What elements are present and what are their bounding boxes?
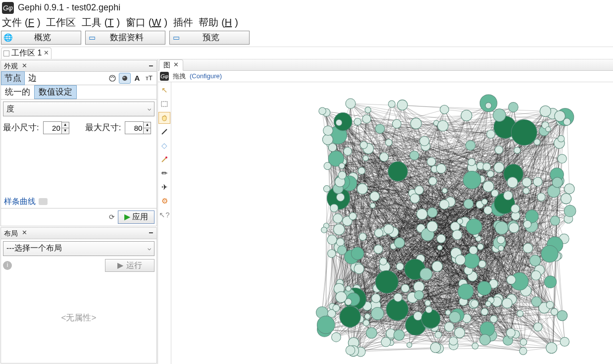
graph-panel-head: 图✕	[158, 59, 613, 71]
right-column: 图✕ Gφ 拖拽 (Configure) ↖	[158, 59, 613, 364]
palette-icon[interactable]	[107, 73, 118, 83]
svg-point-2518	[346, 346, 355, 355]
help-tool-icon[interactable]: ↖?	[158, 209, 170, 221]
menu-file[interactable]: 文件(F)	[2, 17, 41, 28]
svg-point-2462	[420, 268, 432, 280]
configure-link[interactable]: (Configure)	[190, 72, 222, 81]
svg-point-2318	[333, 214, 343, 223]
appearance-close-icon[interactable]: ✕	[22, 62, 27, 70]
layout-title: 布局	[1, 229, 21, 238]
subtab-unique[interactable]: 统一的	[1, 86, 34, 99]
layout-close-icon[interactable]: ✕	[22, 229, 27, 237]
svg-point-2517	[420, 136, 429, 146]
svg-point-2510	[523, 220, 531, 228]
svg-point-2480	[472, 343, 478, 349]
svg-point-2490	[491, 190, 498, 197]
left-column: 外观 ✕ – 节点 边 A	[0, 59, 158, 364]
svg-point-2263	[334, 224, 345, 235]
gear-tool-icon[interactable]: ⚙	[158, 195, 170, 207]
appearance-minimize-icon[interactable]: –	[147, 62, 155, 70]
tab-preview[interactable]: ▭ 预览	[169, 31, 250, 45]
appearance-panel: 外观 ✕ – 节点 边 A	[0, 60, 157, 226]
svg-point-4	[122, 76, 127, 81]
svg-point-2253	[427, 208, 437, 217]
workspace-tab[interactable]: 工作区 1 ✕	[1, 48, 51, 59]
perspective-tabs: 🌐 概览 ▭ 数据资料 ▭ 预览	[0, 30, 613, 47]
workspace-tab-close-icon[interactable]: ✕	[44, 49, 49, 57]
menu-window[interactable]: 窗口(W)	[126, 17, 167, 28]
svg-point-2529	[541, 246, 558, 262]
workspace-tab-row: 工作区 1 ✕	[0, 47, 613, 59]
pencil-tool-icon[interactable]: ✏	[158, 167, 170, 179]
svg-point-2460	[504, 191, 512, 200]
svg-point-2370	[416, 209, 427, 220]
rect-select-tool-icon[interactable]	[158, 98, 170, 110]
svg-point-2481	[346, 286, 351, 292]
layout-minimize-icon[interactable]: –	[147, 229, 155, 237]
svg-point-2488	[511, 120, 537, 146]
min-spin-up[interactable]: ▲	[62, 122, 69, 128]
spline-link[interactable]: 样条曲线	[1, 196, 156, 208]
appearance-mode-tabs: 统一的 数值设定	[1, 85, 156, 100]
svg-point-2440	[502, 298, 512, 308]
svg-point-2509	[555, 111, 565, 122]
subtab-ranking[interactable]: 数值设定	[34, 85, 77, 99]
chain-link-icon[interactable]: ⟳	[109, 212, 115, 221]
layout-run-button[interactable]: ▶ 运行	[105, 259, 154, 272]
layout-info-icon[interactable]: i	[3, 261, 12, 270]
svg-point-2410	[436, 164, 446, 173]
hand-tool-icon[interactable]	[158, 112, 170, 124]
max-spin-down[interactable]: ▼	[144, 128, 151, 134]
min-spin-down[interactable]: ▼	[62, 128, 69, 134]
layout-noprops-label: <无属性>	[3, 275, 154, 361]
textsize-icon[interactable]: тT	[144, 73, 154, 83]
font-a-icon[interactable]: A	[132, 73, 143, 83]
svg-point-2271	[427, 157, 436, 166]
layout-select-label: ---选择一个布局	[6, 243, 62, 254]
svg-point-2515	[494, 162, 504, 173]
graph-close-icon[interactable]: ✕	[173, 61, 179, 69]
magic-tool-icon[interactable]	[158, 154, 170, 165]
svg-point-2381	[482, 199, 488, 205]
graph-canvas[interactable]	[171, 82, 613, 364]
tab-nodes[interactable]: 节点	[1, 71, 25, 85]
menu-workspace[interactable]: 工作区	[46, 17, 76, 28]
attribute-select-label: 度	[6, 104, 14, 114]
pointer-tool-icon[interactable]: ↖	[158, 84, 170, 96]
svg-point-2495	[463, 171, 481, 189]
min-size-input[interactable]	[43, 121, 62, 134]
svg-point-2471	[564, 205, 576, 217]
monitor-icon: ▭	[171, 33, 182, 42]
svg-point-2489	[322, 134, 333, 145]
menu-plugin[interactable]: 插件	[173, 17, 193, 28]
tab-overview[interactable]: 🌐 概览	[1, 31, 81, 45]
svg-point-2255	[465, 141, 475, 151]
svg-point-2478	[497, 236, 505, 244]
sphere-icon[interactable]	[119, 73, 131, 84]
tab-data[interactable]: ▭ 数据资料	[85, 31, 165, 45]
svg-point-2470	[477, 281, 491, 295]
svg-line-972	[559, 256, 564, 342]
attribute-select[interactable]: 度 ⌵	[3, 102, 154, 116]
svg-point-2259	[481, 309, 488, 315]
apply-button[interactable]: ▶ 应用	[118, 210, 154, 224]
brush-tool-icon[interactable]	[158, 126, 170, 138]
layout-select[interactable]: ---选择一个布局 ⌵	[3, 241, 154, 256]
tab-preview-label: 预览	[183, 32, 249, 43]
diamond-tool-icon[interactable]: ◇	[158, 140, 170, 152]
graph-panel-title[interactable]: 图✕	[159, 59, 183, 71]
plane-tool-icon[interactable]: ✈	[158, 181, 170, 193]
svg-point-2417	[437, 234, 445, 243]
max-size-input[interactable]	[125, 121, 144, 134]
svg-point-2218	[363, 320, 369, 326]
menu-help[interactable]: 帮助(H)	[199, 17, 238, 28]
svg-point-2431	[336, 119, 342, 126]
svg-point-2498	[407, 342, 412, 347]
menu-tools[interactable]: 工具(T)	[82, 17, 120, 28]
svg-point-2302	[546, 301, 554, 309]
apply-label: 应用	[132, 212, 148, 222]
tab-edges[interactable]: 边	[25, 71, 40, 85]
svg-point-2317	[362, 115, 371, 123]
svg-point-2479	[466, 219, 482, 235]
max-spin-up[interactable]: ▲	[144, 122, 151, 128]
